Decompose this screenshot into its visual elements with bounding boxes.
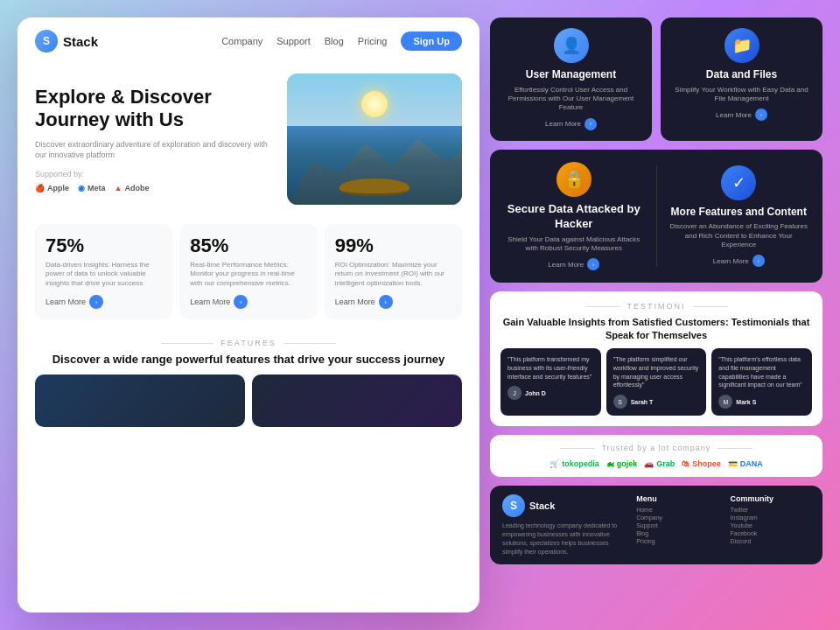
supported-by-label: Supported by: xyxy=(35,170,273,178)
footer-menu-title: Menu xyxy=(636,494,716,503)
right-panel: 👤 User Management Effortlessly Control U… xyxy=(490,18,822,612)
author-name-2: Sarah T xyxy=(631,399,654,405)
author-name-1: John D xyxy=(525,390,546,396)
security-lock-icon: 🔒 xyxy=(556,162,592,197)
footer-facebook[interactable]: Facebook xyxy=(731,530,810,536)
security-left: 🔒 Secure Data Attacked by Hacker Shield … xyxy=(502,162,646,271)
hero-section: Explore & Discover Journey with Us Disco… xyxy=(18,65,480,214)
footer-logo-icon: S xyxy=(502,494,525,517)
footer-menu-company[interactable]: Company xyxy=(636,514,716,521)
testimonials-section: TESTIMONI Gain Valuable Insights from Sa… xyxy=(490,291,822,426)
footer-youtube[interactable]: Youtube xyxy=(731,522,810,528)
author-avatar-2: S xyxy=(613,395,627,409)
left-panel: S Stack Company Support Blog Pricing Sig… xyxy=(18,18,480,612)
features-content-learn-more[interactable]: Learn More › xyxy=(668,255,811,267)
top-feature-cards: 👤 User Management Effortlessly Control U… xyxy=(490,18,822,141)
feature-cards-preview xyxy=(35,368,462,427)
features-content-right: ✓ More Features and Content Discover an … xyxy=(656,165,811,268)
learn-more-1[interactable]: Learn More › xyxy=(46,295,162,309)
shopee-logo: 🛍 Shopee xyxy=(682,459,721,468)
features-title: Discover a wide range powerful features … xyxy=(35,353,462,368)
stat-desc-2: Real-time Performance Metrics: Monitor y… xyxy=(190,261,306,288)
user-management-learn-more[interactable]: Learn More › xyxy=(500,118,641,130)
sun-graphic xyxy=(361,91,388,117)
trusted-section: Trusted by a lot company 🛒 tokopedia 🏍 g… xyxy=(490,435,822,477)
learn-more-icon-2: › xyxy=(234,295,248,309)
logo[interactable]: S Stack xyxy=(35,30,98,52)
footer-community-title: Community xyxy=(731,494,810,503)
security-title: Secure Data Attacked by Hacker xyxy=(502,202,646,232)
logo-text: Stack xyxy=(63,34,98,49)
boat-graphic xyxy=(340,178,410,196)
signup-button[interactable]: Sign Up xyxy=(401,32,462,51)
user-mgmt-arrow: › xyxy=(584,118,597,130)
dana-logo: 💳 DANA xyxy=(728,459,763,468)
user-management-desc: Effortlessly Control User Access and Per… xyxy=(500,86,641,113)
user-management-title: User Management xyxy=(500,68,641,82)
testimonial-text-3: "This platform's effortless data and fil… xyxy=(718,355,805,389)
learn-more-2[interactable]: Learn More › xyxy=(190,295,306,309)
nav-company[interactable]: Company xyxy=(221,36,262,46)
testimonial-card-1: "This platform transformed my business w… xyxy=(500,348,601,416)
learn-more-3[interactable]: Learn More › xyxy=(335,295,452,309)
footer-menu-pricing[interactable]: Pricing xyxy=(636,538,716,544)
tokopedia-logo: 🛒 tokopedia xyxy=(550,459,599,468)
testimonial-cards: "This platform transformed my business w… xyxy=(500,348,812,416)
stat-card-1: 75% Data-driven Insights: Harness the po… xyxy=(35,224,172,319)
nav-blog[interactable]: Blog xyxy=(325,36,344,46)
learn-more-icon-3: › xyxy=(379,295,393,309)
stat-number-1: 75% xyxy=(46,234,162,257)
data-files-learn-more[interactable]: Learn More › xyxy=(671,108,812,121)
footer-menu-blog[interactable]: Blog xyxy=(636,530,716,536)
footer-instagram[interactable]: Instagram xyxy=(731,514,810,521)
hero-image xyxy=(287,74,462,205)
stat-card-3: 99% ROI Optimization: Maximize your retu… xyxy=(325,224,462,319)
security-learn-more[interactable]: Learn More › xyxy=(502,258,646,270)
testimonial-author-1: J John D xyxy=(508,386,594,400)
footer-logo: S Stack xyxy=(502,494,622,517)
data-files-desc: Simplify Your Workflow with Easy Data an… xyxy=(671,86,812,104)
user-management-card: 👤 User Management Effortlessly Control U… xyxy=(490,18,652,141)
security-desc: Shield Your Data against Malicious Attac… xyxy=(502,235,646,254)
logo-icon: S xyxy=(35,30,58,52)
data-files-title: Data and Files xyxy=(671,68,812,82)
security-card: 🔒 Secure Data Attacked by Hacker Shield … xyxy=(490,150,822,284)
user-management-icon: 👤 xyxy=(554,28,589,63)
nav-links: Company Support Blog Pricing Sign Up xyxy=(221,32,462,51)
data-files-icon: 📁 xyxy=(724,28,760,63)
testimonial-author-3: M Mark S xyxy=(718,395,805,409)
trusted-label: Trusted by a lot company xyxy=(500,444,812,452)
navigation: S Stack Company Support Blog Pricing Sig… xyxy=(18,18,480,65)
hero-title: Explore & Discover Journey with Us xyxy=(35,86,273,132)
brand-logos: 🍎 Apple ◉ Meta ▲ Adobe xyxy=(35,184,273,192)
apple-logo: 🍎 Apple xyxy=(35,184,69,192)
adobe-logo: ▲ Adobe xyxy=(115,184,150,192)
author-avatar-3: M xyxy=(718,395,732,409)
trusted-logos: 🛒 tokopedia 🏍 gojek 🚗 Grab 🛍 Shopee 💳 DA… xyxy=(500,459,812,468)
footer: S Stack Leading technology company dedic… xyxy=(490,486,822,564)
footer-twitter[interactable]: Twitter xyxy=(731,507,810,513)
stat-card-2: 85% Real-time Performance Metrics: Monit… xyxy=(179,224,317,319)
features-section: FEATURES Discover a wide range powerful … xyxy=(18,330,480,436)
nav-support[interactable]: Support xyxy=(276,36,311,46)
testimonials-label: TESTIMONI xyxy=(500,302,812,311)
testimonials-title: Gain Valuable Insights from Satisfied Cu… xyxy=(500,316,812,341)
nav-pricing[interactable]: Pricing xyxy=(358,36,388,46)
author-name-3: Mark S xyxy=(736,399,756,405)
stat-number-3: 99% xyxy=(335,234,452,257)
footer-discord[interactable]: Discord xyxy=(731,538,810,544)
feature-card-1 xyxy=(35,374,245,427)
footer-menu-support[interactable]: Support xyxy=(636,522,716,528)
features-content-arrow: › xyxy=(752,255,765,267)
stat-number-2: 85% xyxy=(190,234,306,257)
data-files-card: 📁 Data and Files Simplify Your Workflow … xyxy=(661,18,822,141)
data-files-arrow: › xyxy=(755,108,767,121)
footer-menu-home[interactable]: Home xyxy=(636,507,716,513)
testimonial-card-2: "The platform simplified our workflow an… xyxy=(606,348,707,416)
testimonial-text-2: "The platform simplified our workflow an… xyxy=(613,355,700,389)
meta-logo: ◉ Meta xyxy=(78,184,106,192)
footer-menu-col: Menu Home Company Support Blog Pricing xyxy=(636,494,716,556)
features-content-title: More Features and Content xyxy=(668,206,811,220)
features-content-desc: Discover an Abundance of Exciting Featur… xyxy=(668,222,811,249)
feature-card-2 xyxy=(252,374,462,427)
